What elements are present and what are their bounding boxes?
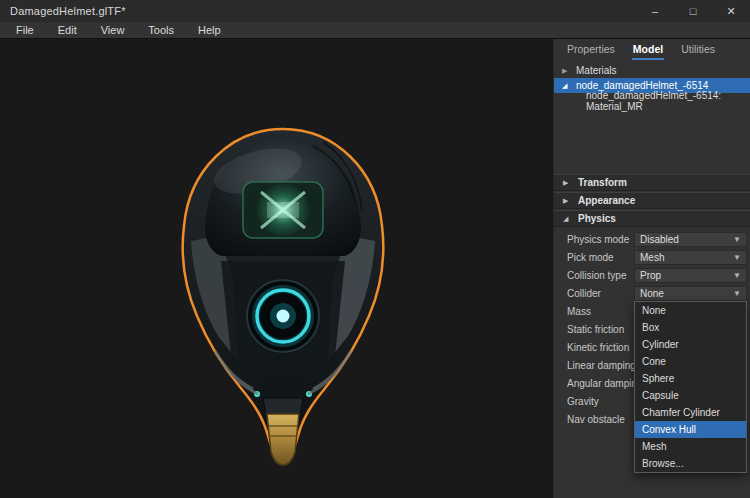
viewport-3d[interactable] — [0, 38, 553, 498]
panel-tabs: Properties Model Utilities — [554, 39, 750, 60]
section-physics[interactable]: ◢ Physics — [554, 210, 750, 227]
menu-file[interactable]: File — [0, 24, 46, 36]
inspector-panel: Properties Model Utilities ▶ Materials ◢… — [553, 38, 750, 498]
tab-model[interactable]: Model — [632, 39, 664, 60]
physics-mode-label: Physics mode — [567, 234, 629, 245]
static-friction-label: Static friction — [567, 324, 624, 335]
row-pick-mode: Pick mode Mesh ▼ — [554, 249, 750, 267]
section-label: Appearance — [578, 195, 635, 206]
helmet-render — [163, 126, 403, 466]
option-box[interactable]: Box — [635, 319, 746, 336]
gravity-label: Gravity — [567, 396, 599, 407]
angular-damping-label: Angular damping — [567, 378, 643, 389]
row-collision-type: Collision type Prop ▼ — [554, 267, 750, 285]
collider-label: Collider — [567, 288, 601, 299]
scene-tree: ▶ Materials ◢ node_damagedHelmet_-6514 n… — [554, 63, 750, 108]
tab-utilities[interactable]: Utilities — [680, 39, 716, 60]
option-sphere[interactable]: Sphere — [635, 370, 746, 387]
chevron-expanded-icon: ◢ — [562, 82, 570, 90]
physics-mode-dropdown[interactable]: Disabled ▼ — [634, 232, 747, 247]
menu-help[interactable]: Help — [186, 24, 233, 36]
section-label: Physics — [578, 213, 616, 224]
menu-view[interactable]: View — [89, 24, 137, 36]
chevron-down-icon: ▼ — [733, 235, 741, 244]
section-transform[interactable]: ▶ Transform — [554, 174, 750, 191]
chevron-down-icon: ▼ — [733, 271, 741, 280]
tree-item-material[interactable]: node_damagedHelmet_-6514: Material_MR — [554, 93, 750, 108]
chevron-down-icon: ▼ — [733, 289, 741, 298]
chevron-expanded-icon: ◢ — [563, 215, 571, 223]
helmet-model — [163, 126, 403, 466]
window-title: DamagedHelmet.glTF* — [0, 5, 126, 17]
window-controls: – □ ✕ — [636, 0, 750, 22]
kinetic-friction-label: Kinetic friction — [567, 342, 629, 353]
menu-tools[interactable]: Tools — [136, 24, 186, 36]
option-cylinder[interactable]: Cylinder — [635, 336, 746, 353]
menu-edit[interactable]: Edit — [46, 24, 89, 36]
option-capsule[interactable]: Capsule — [635, 387, 746, 404]
chevron-down-icon: ▼ — [733, 253, 741, 262]
option-mesh[interactable]: Mesh — [635, 438, 746, 455]
dropdown-value: Prop — [640, 270, 661, 281]
tree-item-label: node_damagedHelmet_-6514: Material_MR — [586, 90, 750, 112]
dropdown-value: None — [640, 288, 664, 299]
nav-obstacle-label: Nav obstacle — [567, 414, 625, 425]
option-cone[interactable]: Cone — [635, 353, 746, 370]
option-none[interactable]: None — [635, 302, 746, 319]
maximize-button[interactable]: □ — [674, 0, 712, 22]
tab-properties[interactable]: Properties — [566, 39, 616, 60]
collider-dropdown[interactable]: None ▼ — [634, 286, 747, 301]
chevron-right-icon: ▶ — [563, 179, 571, 187]
dropdown-value: Mesh — [640, 252, 664, 263]
section-appearance[interactable]: ▶ Appearance — [554, 192, 750, 209]
titlebar: DamagedHelmet.glTF* – □ ✕ — [0, 0, 750, 22]
option-convex-hull[interactable]: Convex Hull — [635, 421, 746, 438]
option-browse[interactable]: Browse... — [635, 455, 746, 472]
minimize-button[interactable]: – — [636, 0, 674, 22]
pick-mode-dropdown[interactable]: Mesh ▼ — [634, 250, 747, 265]
tree-item-label: Materials — [576, 65, 617, 76]
section-label: Transform — [578, 177, 627, 188]
collision-type-dropdown[interactable]: Prop ▼ — [634, 268, 747, 283]
menu-bar: File Edit View Tools Help — [0, 22, 750, 38]
tree-item-materials[interactable]: ▶ Materials — [554, 63, 750, 78]
pick-mode-label: Pick mode — [567, 252, 614, 263]
mass-label: Mass — [567, 306, 591, 317]
linear-damping-label: Linear damping — [567, 360, 636, 371]
chevron-right-icon: ▶ — [563, 197, 571, 205]
collision-type-label: Collision type — [567, 270, 626, 281]
collider-dropdown-menu: None Box Cylinder Cone Sphere Capsule Ch… — [634, 301, 747, 473]
option-chamfer-cylinder[interactable]: Chamfer Cylinder — [635, 404, 746, 421]
chevron-right-icon: ▶ — [562, 67, 570, 75]
row-physics-mode: Physics mode Disabled ▼ — [554, 231, 750, 249]
dropdown-value: Disabled — [640, 234, 679, 245]
close-button[interactable]: ✕ — [712, 0, 750, 22]
